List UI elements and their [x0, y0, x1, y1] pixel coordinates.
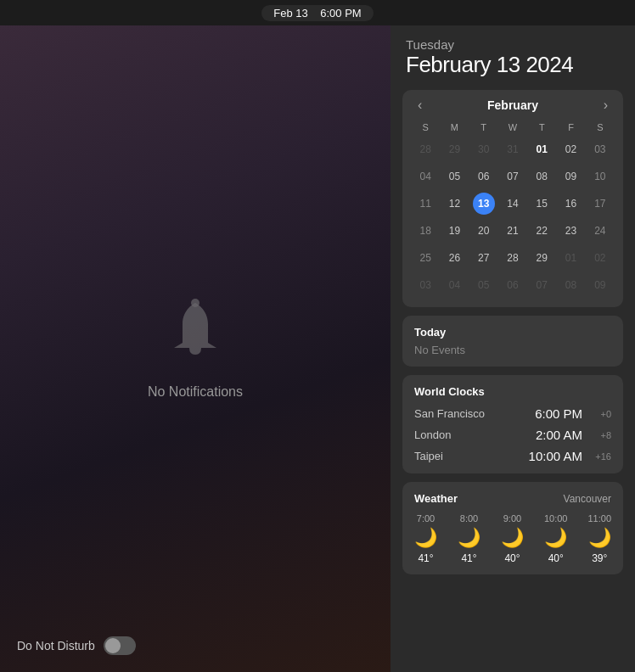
clock-time: 2:00 AM — [536, 428, 582, 442]
weather-hour-time: 9:00 — [503, 513, 521, 524]
main-container: No Notifications Do Not Disturb Tuesday … — [0, 25, 635, 672]
calendar-day-cell[interactable]: 28 — [498, 244, 527, 272]
day-header-tue: T — [469, 119, 498, 136]
calendar-day-cell[interactable]: 13 — [469, 190, 498, 217]
calendar-day-cell[interactable]: 10 — [586, 163, 615, 190]
calendar-day-cell[interactable]: 09 — [586, 272, 615, 299]
calendar-day-cell[interactable]: 23 — [556, 217, 585, 244]
calendar-day-cell[interactable]: 21 — [498, 217, 527, 244]
clocks-container: San Francisco6:00 PM+0London2:00 AM+8Tai… — [414, 406, 611, 463]
full-date: February 13 2024 — [406, 52, 620, 78]
calendar-day-cell[interactable]: 02 — [586, 244, 615, 272]
datetime-display[interactable]: Feb 13 6:00 PM — [261, 5, 373, 21]
calendar-day-cell[interactable]: 31 — [498, 136, 527, 163]
calendar-week-row: 04050607080910 — [411, 163, 615, 190]
top-bar: Feb 13 6:00 PM — [0, 0, 635, 25]
calendar-day-cell[interactable]: 26 — [440, 244, 469, 272]
calendar-day-cell[interactable]: 06 — [498, 272, 527, 299]
calendar-week-row: 25262728290102 — [411, 244, 615, 272]
calendar-day-cell[interactable]: 29 — [440, 136, 469, 163]
calendar-day-cell[interactable]: 29 — [527, 244, 556, 272]
calendar-week-row: 11121314151617 — [411, 190, 615, 217]
weather-header: Weather Vancouver — [414, 492, 611, 505]
calendar-day-cell[interactable]: 03 — [586, 136, 615, 163]
weather-location: Vancouver — [564, 493, 611, 505]
clock-city: London — [414, 428, 536, 441]
world-clocks-title: World Clocks — [414, 385, 611, 398]
clock-time: 6:00 PM — [535, 406, 582, 421]
calendar-grid: S M T W T F S 28293031010203040506070809… — [411, 119, 615, 299]
calendar-day-cell[interactable]: 17 — [586, 190, 615, 217]
calendar-day-headers: S M T W T F S — [411, 119, 615, 136]
calendar-day-cell[interactable]: 05 — [469, 272, 498, 299]
toggle-knob — [105, 638, 121, 653]
calendar-day-cell[interactable]: 28 — [411, 136, 440, 163]
day-of-week: Tuesday — [406, 37, 620, 52]
right-panel: Tuesday February 13 2024 ‹ February › S … — [391, 25, 635, 672]
calendar-day-cell[interactable]: 09 — [556, 163, 585, 190]
calendar-week-row: 28293031010203 — [411, 136, 615, 163]
clock-city: San Francisco — [414, 407, 535, 420]
weather-moon-icon: 🌙 — [458, 527, 480, 549]
calendar-day-cell[interactable]: 14 — [498, 190, 527, 217]
calendar-day-cell[interactable]: 05 — [440, 163, 469, 190]
day-header-sat: S — [586, 119, 615, 136]
calendar-day-cell[interactable]: 01 — [527, 136, 556, 163]
clock-time: 10:00 AM — [529, 449, 582, 463]
time-display: 6:00 PM — [320, 7, 361, 20]
weather-hour: 8:00🌙41° — [458, 513, 480, 564]
clock-row: London2:00 AM+8 — [414, 428, 611, 442]
weather-hour-time: 8:00 — [460, 513, 478, 524]
weather-temp: 41° — [418, 552, 433, 564]
dnd-label: Do Not Disturb — [17, 639, 95, 652]
weather-moon-icon: 🌙 — [588, 527, 611, 549]
calendar-day-cell[interactable]: 22 — [527, 217, 556, 244]
calendar-day-cell[interactable]: 03 — [411, 272, 440, 299]
weather-hour-time: 7:00 — [417, 513, 435, 524]
calendar-day-cell[interactable]: 07 — [498, 163, 527, 190]
calendar-day-cell[interactable]: 02 — [556, 136, 585, 163]
calendar-day-cell[interactable]: 30 — [469, 136, 498, 163]
calendar-day-cell[interactable]: 01 — [556, 244, 585, 272]
weather-temp: 39° — [592, 552, 607, 564]
calendar-day-cell[interactable]: 04 — [411, 163, 440, 190]
calendar-day-cell[interactable]: 27 — [469, 244, 498, 272]
clock-offset: +16 — [587, 451, 611, 462]
weather-widget: Weather Vancouver 7:00🌙41°8:00🌙41°9:00🌙4… — [402, 482, 623, 574]
dnd-toggle[interactable] — [104, 636, 136, 655]
weather-temp: 40° — [504, 552, 520, 564]
day-header-wed: W — [498, 119, 527, 136]
day-header-fri: F — [556, 119, 585, 136]
calendar-day-cell[interactable]: 04 — [440, 272, 469, 299]
calendar-day-cell[interactable]: 06 — [469, 163, 498, 190]
calendar-day-cell[interactable]: 24 — [586, 217, 615, 244]
day-header-mon: M — [440, 119, 469, 136]
calendar-week-row: 03040506070809 — [411, 272, 615, 299]
calendar-next-button[interactable]: › — [600, 98, 611, 112]
calendar-day-cell[interactable]: 08 — [556, 272, 585, 299]
weather-hour: 10:00🌙40° — [544, 513, 568, 564]
day-header-thu: T — [527, 119, 556, 136]
notifications-panel: No Notifications Do Not Disturb — [0, 25, 391, 672]
calendar-month: February — [487, 98, 538, 112]
calendar-day-cell[interactable]: 19 — [440, 217, 469, 244]
calendar-day-cell[interactable]: 15 — [527, 190, 556, 217]
calendar-day-cell[interactable]: 16 — [556, 190, 585, 217]
calendar-day-cell[interactable]: 18 — [411, 217, 440, 244]
no-notifications-label: No Notifications — [148, 384, 243, 400]
clock-offset: +8 — [587, 430, 611, 440]
clock-city: Taipei — [414, 450, 529, 462]
calendar-day-cell[interactable]: 07 — [527, 272, 556, 299]
calendar-day-cell[interactable]: 20 — [469, 217, 498, 244]
clock-offset: +0 — [587, 409, 611, 419]
weather-hour: 9:00🌙40° — [501, 513, 524, 564]
bell-icon — [166, 299, 225, 374]
calendar-day-cell[interactable]: 08 — [527, 163, 556, 190]
calendar-day-cell[interactable]: 11 — [411, 190, 440, 217]
date-header: Tuesday February 13 2024 — [402, 37, 623, 81]
no-events-label: No Events — [414, 344, 611, 356]
calendar-day-cell[interactable]: 12 — [440, 190, 469, 217]
calendar-day-cell[interactable]: 25 — [411, 244, 440, 272]
weather-moon-icon: 🌙 — [501, 527, 524, 549]
calendar-prev-button[interactable]: ‹ — [414, 98, 425, 112]
